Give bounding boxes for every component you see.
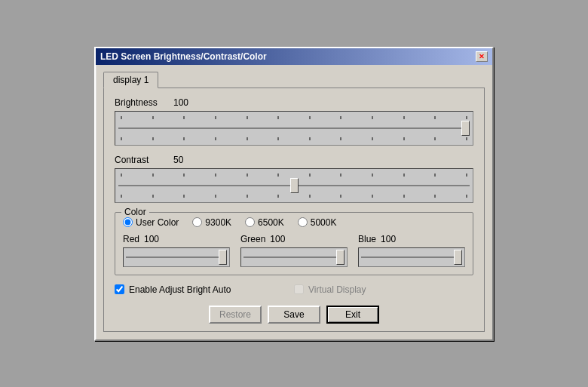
tick: [152, 137, 154, 140]
exit-button[interactable]: Exit: [326, 306, 379, 324]
title-bar: LED Screen Brightness/Contrast/Color: [96, 48, 492, 65]
virtual-display-checkbox: Virtual Display: [294, 284, 473, 295]
red-channel: Red 100: [123, 234, 230, 267]
radio-6500k[interactable]: 6500K: [245, 217, 284, 228]
tick: [183, 174, 185, 177]
blue-header: Blue 100: [358, 234, 465, 244]
radio-input-user-color[interactable]: [123, 217, 133, 227]
radio-9300k[interactable]: 9300K: [192, 217, 231, 228]
brightness-ticks-bottom: [118, 137, 470, 142]
radio-input-9300k[interactable]: [192, 217, 202, 227]
tick: [277, 137, 279, 140]
blue-channel: Blue 100: [358, 234, 465, 267]
buttons-row: Restore Save Exit: [115, 306, 473, 324]
radio-5000k[interactable]: 5000K: [298, 217, 337, 228]
green-slider[interactable]: [243, 250, 345, 265]
rgb-row: Red 100 Green 100: [123, 234, 465, 267]
enable-bright-auto-label: Enable Adjust Bright Auto: [129, 284, 231, 295]
red-header: Red 100: [123, 234, 230, 244]
blue-slider-wrapper: [358, 247, 465, 267]
blue-value: 100: [381, 234, 396, 244]
green-slider-wrapper: [240, 247, 348, 267]
radio-label-5000k: 5000K: [311, 217, 337, 228]
tick: [152, 174, 154, 177]
green-channel: Green 100: [240, 234, 348, 267]
contrast-value: 50: [173, 155, 183, 165]
brightness-slider[interactable]: [118, 121, 470, 136]
tick: [372, 116, 373, 119]
color-groupbox: Color User Color 9300K 6500K: [115, 212, 473, 275]
brightness-ticks-top: [118, 115, 470, 119]
tabs: display 1: [103, 71, 485, 88]
tick: [466, 174, 467, 177]
brightness-slider-wrapper: [115, 111, 473, 146]
bottom-section: Enable Adjust Bright Auto Virtual Displa…: [115, 284, 473, 295]
tick: [277, 116, 279, 119]
tick: [247, 137, 248, 140]
tick: [121, 116, 122, 119]
tick: [309, 137, 311, 140]
green-label: Green: [240, 234, 265, 244]
tick: [121, 174, 122, 177]
blue-label: Blue: [358, 234, 376, 244]
tick: [183, 195, 185, 198]
tick: [247, 174, 248, 177]
tick: [403, 195, 405, 198]
enable-bright-auto-input[interactable]: [115, 284, 124, 294]
window-body: display 1 Brightness 100: [96, 65, 492, 339]
tick: [121, 195, 122, 198]
tick: [247, 116, 248, 119]
radio-label-9300k: 9300K: [205, 217, 231, 228]
radio-user-color[interactable]: User Color: [123, 217, 179, 228]
enable-bright-auto-checkbox[interactable]: Enable Adjust Bright Auto: [115, 284, 294, 295]
green-value: 100: [270, 234, 285, 244]
tick: [372, 137, 373, 140]
tick: [309, 195, 311, 198]
tick: [372, 174, 373, 177]
contrast-slider[interactable]: [118, 178, 470, 193]
restore-button[interactable]: Restore: [209, 306, 262, 324]
contrast-slider-wrapper: [115, 168, 473, 203]
radio-label-6500k: 6500K: [258, 217, 284, 228]
blue-slider[interactable]: [361, 250, 462, 265]
color-radio-row: User Color 9300K 6500K 5000K: [123, 217, 465, 228]
virtual-display-label: Virtual Display: [308, 284, 366, 295]
tick: [434, 195, 436, 198]
contrast-label: Contrast: [115, 155, 167, 165]
tick: [121, 137, 122, 140]
brightness-label: Brightness: [115, 97, 167, 108]
tick: [340, 116, 341, 119]
tick: [215, 116, 216, 119]
tick: [340, 137, 341, 140]
tick: [434, 174, 436, 177]
tick: [340, 195, 341, 198]
tab-display1[interactable]: display 1: [103, 72, 158, 88]
tick: [247, 195, 248, 198]
tick: [309, 116, 311, 119]
tick: [277, 195, 279, 198]
save-button[interactable]: Save: [268, 306, 320, 324]
tick: [183, 137, 185, 140]
red-slider-wrapper: [123, 247, 230, 267]
green-header: Green 100: [240, 234, 348, 244]
tick: [434, 116, 436, 119]
close-button[interactable]: [476, 51, 488, 62]
contrast-ticks-top: [118, 172, 470, 177]
red-slider[interactable]: [126, 250, 227, 265]
tick: [152, 195, 154, 198]
color-legend: Color: [121, 207, 149, 217]
radio-input-5000k[interactable]: [298, 217, 308, 227]
tick: [403, 174, 405, 177]
red-value: 100: [144, 234, 159, 244]
contrast-ticks-bottom: [118, 195, 470, 199]
tick: [434, 137, 436, 140]
red-label: Red: [123, 234, 139, 244]
tick: [403, 137, 405, 140]
tick: [277, 174, 279, 177]
main-window: LED Screen Brightness/Contrast/Color dis…: [94, 47, 494, 341]
tick: [215, 195, 216, 198]
tick: [466, 195, 467, 198]
radio-input-6500k[interactable]: [245, 217, 255, 227]
tick: [152, 116, 154, 119]
radio-label-user-color: User Color: [136, 217, 179, 228]
